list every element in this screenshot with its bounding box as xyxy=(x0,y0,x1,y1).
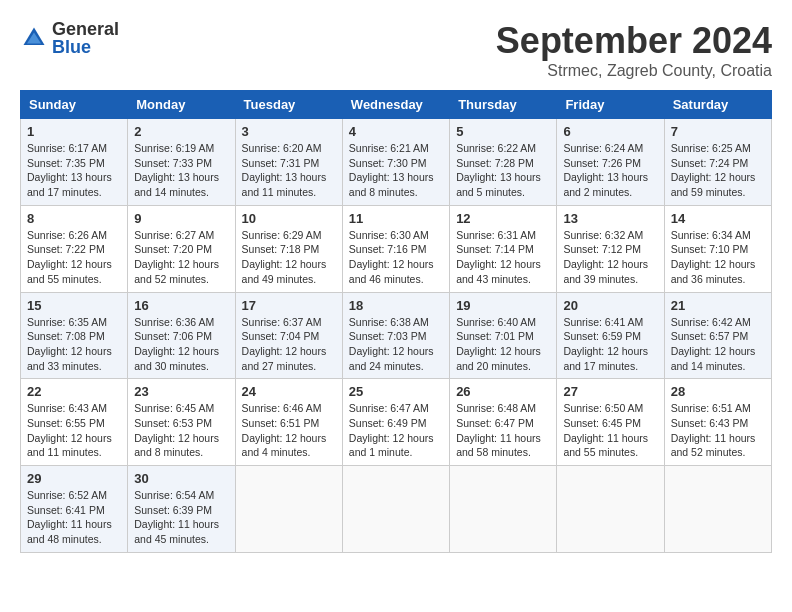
day-cell: 7Sunrise: 6:25 AM Sunset: 7:24 PM Daylig… xyxy=(664,119,771,206)
day-cell xyxy=(342,466,449,553)
day-info: Sunrise: 6:54 AM Sunset: 6:39 PM Dayligh… xyxy=(134,488,228,547)
day-info: Sunrise: 6:40 AM Sunset: 7:01 PM Dayligh… xyxy=(456,315,550,374)
day-info: Sunrise: 6:43 AM Sunset: 6:55 PM Dayligh… xyxy=(27,401,121,460)
day-info: Sunrise: 6:37 AM Sunset: 7:04 PM Dayligh… xyxy=(242,315,336,374)
day-number: 28 xyxy=(671,384,765,399)
day-cell: 5Sunrise: 6:22 AM Sunset: 7:28 PM Daylig… xyxy=(450,119,557,206)
day-info: Sunrise: 6:46 AM Sunset: 6:51 PM Dayligh… xyxy=(242,401,336,460)
day-cell: 1Sunrise: 6:17 AM Sunset: 7:35 PM Daylig… xyxy=(21,119,128,206)
week-row-3: 15Sunrise: 6:35 AM Sunset: 7:08 PM Dayli… xyxy=(21,292,772,379)
day-info: Sunrise: 6:20 AM Sunset: 7:31 PM Dayligh… xyxy=(242,141,336,200)
day-cell: 30Sunrise: 6:54 AM Sunset: 6:39 PM Dayli… xyxy=(128,466,235,553)
logo-blue: Blue xyxy=(52,38,119,56)
day-number: 29 xyxy=(27,471,121,486)
day-cell: 16Sunrise: 6:36 AM Sunset: 7:06 PM Dayli… xyxy=(128,292,235,379)
day-info: Sunrise: 6:48 AM Sunset: 6:47 PM Dayligh… xyxy=(456,401,550,460)
day-number: 8 xyxy=(27,211,121,226)
day-cell xyxy=(664,466,771,553)
day-info: Sunrise: 6:29 AM Sunset: 7:18 PM Dayligh… xyxy=(242,228,336,287)
day-number: 2 xyxy=(134,124,228,139)
day-cell: 14Sunrise: 6:34 AM Sunset: 7:10 PM Dayli… xyxy=(664,205,771,292)
day-cell: 3Sunrise: 6:20 AM Sunset: 7:31 PM Daylig… xyxy=(235,119,342,206)
day-cell: 23Sunrise: 6:45 AM Sunset: 6:53 PM Dayli… xyxy=(128,379,235,466)
day-cell xyxy=(557,466,664,553)
day-cell: 13Sunrise: 6:32 AM Sunset: 7:12 PM Dayli… xyxy=(557,205,664,292)
week-row-2: 8Sunrise: 6:26 AM Sunset: 7:22 PM Daylig… xyxy=(21,205,772,292)
logo-text: General Blue xyxy=(52,20,119,56)
day-info: Sunrise: 6:24 AM Sunset: 7:26 PM Dayligh… xyxy=(563,141,657,200)
day-number: 14 xyxy=(671,211,765,226)
day-number: 18 xyxy=(349,298,443,313)
day-number: 23 xyxy=(134,384,228,399)
day-info: Sunrise: 6:31 AM Sunset: 7:14 PM Dayligh… xyxy=(456,228,550,287)
day-cell: 19Sunrise: 6:40 AM Sunset: 7:01 PM Dayli… xyxy=(450,292,557,379)
calendar: SundayMondayTuesdayWednesdayThursdayFrid… xyxy=(20,90,772,553)
day-number: 24 xyxy=(242,384,336,399)
day-number: 5 xyxy=(456,124,550,139)
day-number: 7 xyxy=(671,124,765,139)
day-cell: 4Sunrise: 6:21 AM Sunset: 7:30 PM Daylig… xyxy=(342,119,449,206)
page-header: General Blue September 2024 Strmec, Zagr… xyxy=(20,20,772,80)
day-info: Sunrise: 6:32 AM Sunset: 7:12 PM Dayligh… xyxy=(563,228,657,287)
logo-general: General xyxy=(52,20,119,38)
day-info: Sunrise: 6:17 AM Sunset: 7:35 PM Dayligh… xyxy=(27,141,121,200)
day-info: Sunrise: 6:51 AM Sunset: 6:43 PM Dayligh… xyxy=(671,401,765,460)
day-info: Sunrise: 6:52 AM Sunset: 6:41 PM Dayligh… xyxy=(27,488,121,547)
day-number: 13 xyxy=(563,211,657,226)
day-number: 4 xyxy=(349,124,443,139)
day-cell: 29Sunrise: 6:52 AM Sunset: 6:41 PM Dayli… xyxy=(21,466,128,553)
day-number: 11 xyxy=(349,211,443,226)
day-cell: 6Sunrise: 6:24 AM Sunset: 7:26 PM Daylig… xyxy=(557,119,664,206)
day-info: Sunrise: 6:35 AM Sunset: 7:08 PM Dayligh… xyxy=(27,315,121,374)
day-cell: 20Sunrise: 6:41 AM Sunset: 6:59 PM Dayli… xyxy=(557,292,664,379)
day-cell xyxy=(450,466,557,553)
day-info: Sunrise: 6:45 AM Sunset: 6:53 PM Dayligh… xyxy=(134,401,228,460)
day-cell: 15Sunrise: 6:35 AM Sunset: 7:08 PM Dayli… xyxy=(21,292,128,379)
day-cell: 2Sunrise: 6:19 AM Sunset: 7:33 PM Daylig… xyxy=(128,119,235,206)
day-info: Sunrise: 6:27 AM Sunset: 7:20 PM Dayligh… xyxy=(134,228,228,287)
day-info: Sunrise: 6:30 AM Sunset: 7:16 PM Dayligh… xyxy=(349,228,443,287)
day-number: 21 xyxy=(671,298,765,313)
day-cell: 28Sunrise: 6:51 AM Sunset: 6:43 PM Dayli… xyxy=(664,379,771,466)
title-block: September 2024 Strmec, Zagreb County, Cr… xyxy=(496,20,772,80)
week-row-1: 1Sunrise: 6:17 AM Sunset: 7:35 PM Daylig… xyxy=(21,119,772,206)
day-number: 19 xyxy=(456,298,550,313)
week-row-4: 22Sunrise: 6:43 AM Sunset: 6:55 PM Dayli… xyxy=(21,379,772,466)
day-cell: 25Sunrise: 6:47 AM Sunset: 6:49 PM Dayli… xyxy=(342,379,449,466)
weekday-header-wednesday: Wednesday xyxy=(342,91,449,119)
day-number: 22 xyxy=(27,384,121,399)
day-number: 20 xyxy=(563,298,657,313)
weekday-header-monday: Monday xyxy=(128,91,235,119)
month-title: September 2024 xyxy=(496,20,772,62)
day-cell: 26Sunrise: 6:48 AM Sunset: 6:47 PM Dayli… xyxy=(450,379,557,466)
day-info: Sunrise: 6:38 AM Sunset: 7:03 PM Dayligh… xyxy=(349,315,443,374)
day-info: Sunrise: 6:22 AM Sunset: 7:28 PM Dayligh… xyxy=(456,141,550,200)
day-cell: 18Sunrise: 6:38 AM Sunset: 7:03 PM Dayli… xyxy=(342,292,449,379)
weekday-header-row: SundayMondayTuesdayWednesdayThursdayFrid… xyxy=(21,91,772,119)
logo-icon xyxy=(20,24,48,52)
day-info: Sunrise: 6:42 AM Sunset: 6:57 PM Dayligh… xyxy=(671,315,765,374)
week-row-5: 29Sunrise: 6:52 AM Sunset: 6:41 PM Dayli… xyxy=(21,466,772,553)
day-number: 30 xyxy=(134,471,228,486)
day-number: 12 xyxy=(456,211,550,226)
day-cell: 10Sunrise: 6:29 AM Sunset: 7:18 PM Dayli… xyxy=(235,205,342,292)
day-cell: 24Sunrise: 6:46 AM Sunset: 6:51 PM Dayli… xyxy=(235,379,342,466)
day-cell: 11Sunrise: 6:30 AM Sunset: 7:16 PM Dayli… xyxy=(342,205,449,292)
day-info: Sunrise: 6:26 AM Sunset: 7:22 PM Dayligh… xyxy=(27,228,121,287)
location: Strmec, Zagreb County, Croatia xyxy=(496,62,772,80)
day-cell xyxy=(235,466,342,553)
day-number: 3 xyxy=(242,124,336,139)
day-number: 6 xyxy=(563,124,657,139)
weekday-header-friday: Friday xyxy=(557,91,664,119)
day-cell: 9Sunrise: 6:27 AM Sunset: 7:20 PM Daylig… xyxy=(128,205,235,292)
day-info: Sunrise: 6:25 AM Sunset: 7:24 PM Dayligh… xyxy=(671,141,765,200)
day-number: 17 xyxy=(242,298,336,313)
day-number: 26 xyxy=(456,384,550,399)
day-info: Sunrise: 6:50 AM Sunset: 6:45 PM Dayligh… xyxy=(563,401,657,460)
weekday-header-sunday: Sunday xyxy=(21,91,128,119)
weekday-header-thursday: Thursday xyxy=(450,91,557,119)
day-info: Sunrise: 6:47 AM Sunset: 6:49 PM Dayligh… xyxy=(349,401,443,460)
weekday-header-tuesday: Tuesday xyxy=(235,91,342,119)
logo: General Blue xyxy=(20,20,119,56)
day-info: Sunrise: 6:19 AM Sunset: 7:33 PM Dayligh… xyxy=(134,141,228,200)
